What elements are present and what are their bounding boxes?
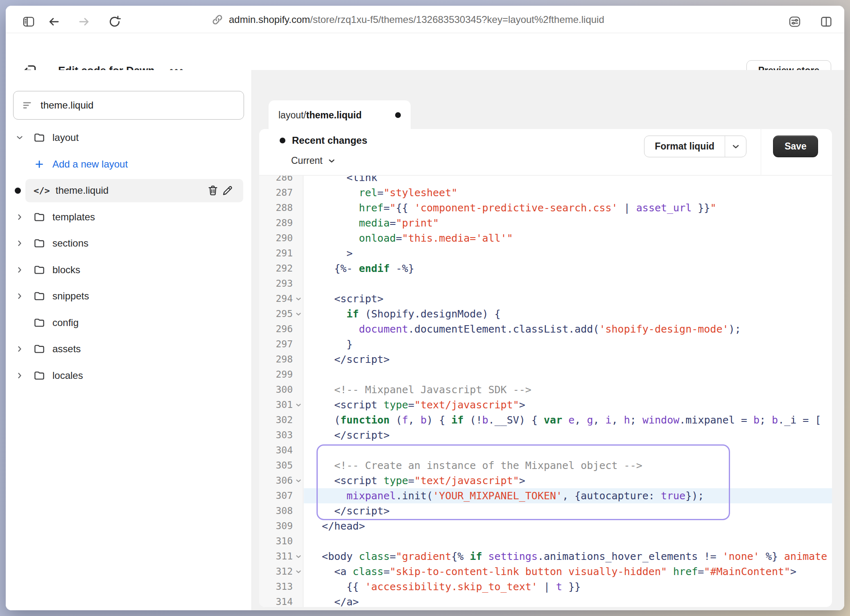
line-number: 286 <box>276 176 293 185</box>
chevron-down-icon[interactable] <box>13 131 26 144</box>
reload-icon[interactable] <box>107 14 122 29</box>
code-line-293[interactable] <box>304 276 832 291</box>
code-line-288[interactable]: href="{{ 'component-predictive-search.cs… <box>304 200 832 215</box>
sidebar-action-add-a-new-layout[interactable]: Add a new layout <box>6 151 251 178</box>
code-line-309[interactable]: </head> <box>304 519 832 534</box>
code-line-291[interactable]: > <box>304 246 832 261</box>
split-view-icon[interactable] <box>819 14 834 29</box>
sidebar-folder-blocks[interactable]: blocks <box>6 257 251 283</box>
code-line-300[interactable]: <!-- Mixpanel Javascript SDK --> <box>304 382 832 397</box>
code-line-301[interactable]: <script type="text/javascript"> <box>304 397 832 412</box>
page-settings-icon[interactable] <box>787 14 802 29</box>
active-file-row[interactable]: </>theme.liquid <box>25 179 243 202</box>
sidebar-folder-locales[interactable]: locales <box>6 362 251 389</box>
code-line-314[interactable]: </a> <box>304 594 832 607</box>
line-number: 309 <box>276 519 293 534</box>
code-line-303[interactable]: </script> <box>304 428 832 443</box>
sidebar-folder-snippets[interactable]: snippets <box>6 283 251 310</box>
folder-icon <box>33 263 46 276</box>
sidebar-folder-sections[interactable]: sections <box>6 230 251 257</box>
code-content[interactable]: <link rel="stylesheet" href="{{ 'compone… <box>304 176 832 607</box>
fold-chevron-icon[interactable] <box>294 308 303 321</box>
code-line-295[interactable]: if (Shopify.designMode) { <box>304 306 832 322</box>
line-number: 305 <box>276 458 293 473</box>
line-number: 312 <box>276 564 293 579</box>
code-line-299[interactable] <box>304 367 832 382</box>
chevron-right-icon[interactable] <box>13 211 26 224</box>
chevron-right-icon[interactable] <box>13 369 26 382</box>
content-area: layoutAdd a new layout</>theme.liquidtem… <box>6 70 844 610</box>
line-number: 297 <box>276 337 293 352</box>
save-button[interactable]: Save <box>773 136 818 157</box>
code-line-286[interactable]: <link <box>304 176 832 185</box>
line-number: 303 <box>276 428 293 443</box>
code-line-306[interactable]: <script type="text/javascript"> <box>304 473 832 488</box>
folder-icon <box>33 369 46 382</box>
back-icon[interactable] <box>47 14 61 29</box>
chevron-spacer <box>13 316 26 329</box>
line-number: 308 <box>276 503 293 519</box>
code-line-305[interactable]: <!-- Create an instance of the Mixpanel … <box>304 458 832 473</box>
folder-label: locales <box>52 370 83 381</box>
folder-icon <box>33 131 46 144</box>
fold-chevron-icon[interactable] <box>294 474 303 487</box>
code-line-310[interactable] <box>304 534 832 549</box>
code-line-302[interactable]: (function (f, b) { if (!b.__SV) { var e,… <box>304 412 832 428</box>
delete-file-icon[interactable] <box>206 183 220 198</box>
line-number: 291 <box>276 246 293 261</box>
rename-file-icon[interactable] <box>220 183 235 198</box>
sidebar-folder-templates[interactable]: templates <box>6 204 251 231</box>
code-line-307[interactable]: mixpanel.init('YOUR_MIXPANEL_TOKEN', {au… <box>304 488 832 503</box>
url-text: admin.shopify.com/store/rzq1xu-f5/themes… <box>229 14 604 25</box>
recent-changes-label: Recent changes <box>292 135 367 146</box>
tab-file-name: theme.liquid <box>306 110 362 121</box>
format-liquid-button: Format liquid <box>644 136 746 157</box>
fold-chevron-icon[interactable] <box>294 565 303 578</box>
sidebar-folder-config[interactable]: config <box>6 310 251 336</box>
sidebar-toggle-icon[interactable] <box>21 14 36 29</box>
code-line-312[interactable]: <a class="skip-to-content-link button vi… <box>304 564 832 579</box>
code-line-292[interactable]: {%- endif -%} <box>304 261 832 276</box>
line-number: 299 <box>276 367 293 382</box>
sidebar-folder-layout[interactable]: layout <box>6 125 251 151</box>
code-line-308[interactable]: </script> <box>304 503 832 519</box>
code-line-289[interactable]: media="print" <box>304 215 832 231</box>
format-options-chevron[interactable] <box>725 136 746 157</box>
fold-chevron-icon[interactable] <box>294 399 303 412</box>
chevron-right-icon[interactable] <box>13 290 26 303</box>
sidebar-folder-assets[interactable]: assets <box>6 336 251 362</box>
code-line-290[interactable]: onload="this.media='all'" <box>304 231 832 246</box>
code-line-296[interactable]: document.documentElement.classList.add('… <box>304 322 832 337</box>
code-line-311[interactable]: <body class="gradient{% if settings.anim… <box>304 549 832 564</box>
code-file-icon: </> <box>34 186 50 196</box>
search-input[interactable] <box>41 100 235 111</box>
chevron-right-icon[interactable] <box>13 237 26 250</box>
chevron-right-icon[interactable] <box>13 342 26 356</box>
tab-theme-liquid[interactable]: layout/theme.liquid <box>269 100 411 130</box>
code-line-298[interactable]: </script> <box>304 352 832 367</box>
line-number: 289 <box>276 215 293 231</box>
folder-label: assets <box>52 343 81 355</box>
code-line-297[interactable]: } <box>304 337 832 352</box>
code-line-287[interactable]: rel="stylesheet" <box>304 185 832 200</box>
save-label: Save <box>784 141 807 152</box>
folder-label: blocks <box>52 264 80 276</box>
sidebar-file-theme-liquid[interactable]: </>theme.liquid <box>6 177 251 204</box>
code-line-313[interactable]: {{ 'accessibility.skip_to_text' | t }} <box>304 579 832 594</box>
browser-chrome: admin.shopify.com/store/rzq1xu-f5/themes… <box>6 6 844 33</box>
code-line-304[interactable] <box>304 443 832 458</box>
chevron-right-icon[interactable] <box>13 263 26 276</box>
line-number: 298 <box>276 352 293 367</box>
fold-chevron-icon[interactable] <box>294 292 303 306</box>
line-number: 290 <box>276 231 293 246</box>
code-panel[interactable]: 2862872882892902912922932942952962972982… <box>259 176 832 607</box>
line-number: 311 <box>276 549 293 564</box>
code-line-294[interactable]: <script> <box>304 291 832 306</box>
url-bar[interactable]: admin.shopify.com/store/rzq1xu-f5/themes… <box>210 6 604 33</box>
forward-icon[interactable] <box>77 14 91 29</box>
fold-chevron-icon[interactable] <box>294 550 303 563</box>
format-liquid-label[interactable]: Format liquid <box>644 136 725 157</box>
link-icon <box>210 12 225 27</box>
version-dropdown[interactable]: Current <box>291 155 337 166</box>
line-number: 295 <box>276 306 293 322</box>
